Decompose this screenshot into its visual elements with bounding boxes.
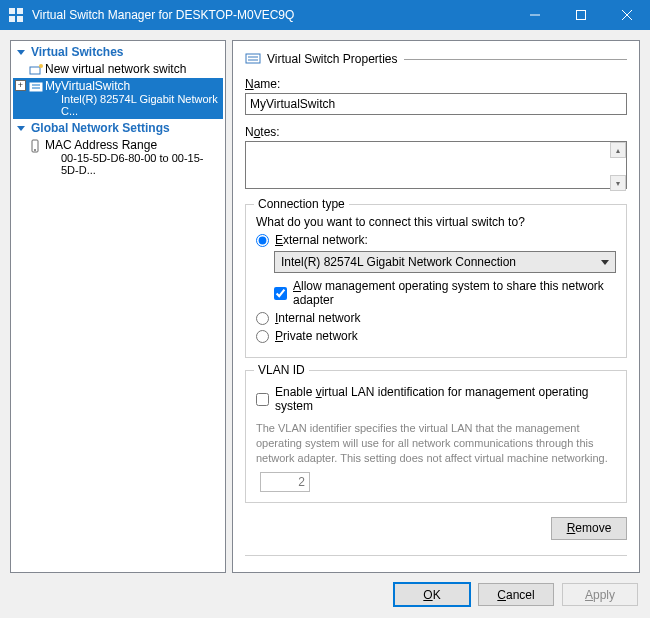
vlan-id-input — [260, 472, 310, 492]
svg-point-9 — [39, 64, 43, 68]
tree-group-label: Global Network Settings — [31, 121, 170, 135]
left-tree-pane: Virtual Switches New virtual network swi… — [10, 40, 226, 573]
private-network-radio[interactable] — [256, 330, 269, 343]
external-network-label: External network: — [275, 233, 368, 247]
properties-pane: Virtual Switch Properties Name: Notes: ▴… — [232, 40, 640, 573]
close-button[interactable] — [604, 0, 650, 30]
name-label: Name: — [245, 77, 627, 91]
notes-textarea[interactable] — [245, 141, 627, 189]
tree-item-label: New virtual network switch — [45, 62, 186, 76]
internal-network-radio[interactable] — [256, 312, 269, 325]
tree-group-global-settings[interactable]: Global Network Settings — [13, 119, 223, 137]
enable-vlan-label: Enable virtual LAN identification for ma… — [275, 385, 616, 413]
app-icon — [8, 7, 24, 23]
name-input[interactable] — [245, 93, 627, 115]
svg-rect-2 — [9, 16, 15, 22]
apply-button: Apply — [562, 583, 638, 606]
title-bar: Virtual Switch Manager for DESKTOP-M0VEC… — [0, 0, 650, 30]
remove-button[interactable]: Remove — [551, 517, 627, 540]
section-title: Virtual Switch Properties — [267, 52, 398, 66]
tree-item-label: MyVirtualSwitch — [45, 79, 130, 93]
adapter-selected-value: Intel(R) 82574L Gigabit Network Connecti… — [281, 255, 516, 269]
client-area: Virtual Switches New virtual network swi… — [0, 30, 650, 618]
divider — [245, 555, 627, 556]
expand-icon[interactable]: + — [15, 80, 26, 91]
chevron-down-icon — [15, 46, 27, 58]
divider — [404, 59, 628, 60]
ok-button[interactable]: OK — [394, 583, 470, 606]
section-header: Virtual Switch Properties — [245, 51, 627, 67]
notes-label: Notes: — [245, 125, 627, 139]
private-network-label: Private network — [275, 329, 358, 343]
mac-range-icon — [29, 139, 43, 153]
chevron-down-icon — [15, 122, 27, 134]
connection-question: What do you want to connect this virtual… — [256, 215, 616, 229]
switch-properties-icon — [245, 51, 261, 67]
connection-type-group: Connection type What do you want to conn… — [245, 204, 627, 358]
allow-mgmt-label: Allow management operating system to sha… — [293, 279, 616, 307]
maximize-button[interactable] — [558, 0, 604, 30]
new-switch-icon — [29, 63, 43, 77]
tree-item-myvirtualswitch[interactable]: + MyVirtualSwitch Intel(R) 82574L Gigabi… — [13, 78, 223, 119]
tree-item-sublabel: Intel(R) 82574L Gigabit Network C... — [45, 93, 221, 117]
svg-rect-10 — [30, 83, 42, 91]
switch-icon — [29, 80, 43, 94]
dialog-footer: OK Cancel Apply — [10, 573, 640, 608]
tree-item-sublabel: 00-15-5D-D6-80-00 to 00-15-5D-D... — [45, 152, 221, 176]
tree-item-new-switch[interactable]: New virtual network switch — [13, 61, 223, 78]
svg-rect-15 — [246, 54, 260, 63]
allow-mgmt-checkbox[interactable] — [274, 287, 287, 300]
tree-group-label: Virtual Switches — [31, 45, 123, 59]
group-legend: Connection type — [254, 197, 349, 211]
svg-rect-8 — [30, 67, 40, 74]
window-title: Virtual Switch Manager for DESKTOP-M0VEC… — [28, 8, 512, 22]
external-network-radio[interactable] — [256, 234, 269, 247]
tree-group-virtual-switches[interactable]: Virtual Switches — [13, 43, 223, 61]
vlan-group: VLAN ID Enable virtual LAN identificatio… — [245, 370, 627, 503]
tree-item-label: MAC Address Range — [45, 138, 157, 152]
svg-rect-1 — [17, 8, 23, 14]
internal-network-label: Internal network — [275, 311, 360, 325]
enable-vlan-checkbox[interactable] — [256, 393, 269, 406]
minimize-button[interactable] — [512, 0, 558, 30]
vlan-description: The VLAN identifier specifies the virtua… — [256, 421, 616, 466]
svg-rect-5 — [577, 11, 586, 20]
svg-rect-0 — [9, 8, 15, 14]
adapter-select[interactable]: Intel(R) 82574L Gigabit Network Connecti… — [274, 251, 616, 273]
group-legend: VLAN ID — [254, 363, 309, 377]
svg-rect-3 — [17, 16, 23, 22]
tree-item-mac-range[interactable]: MAC Address Range 00-15-5D-D6-80-00 to 0… — [13, 137, 223, 178]
svg-point-14 — [34, 149, 36, 151]
cancel-button[interactable]: Cancel — [478, 583, 554, 606]
